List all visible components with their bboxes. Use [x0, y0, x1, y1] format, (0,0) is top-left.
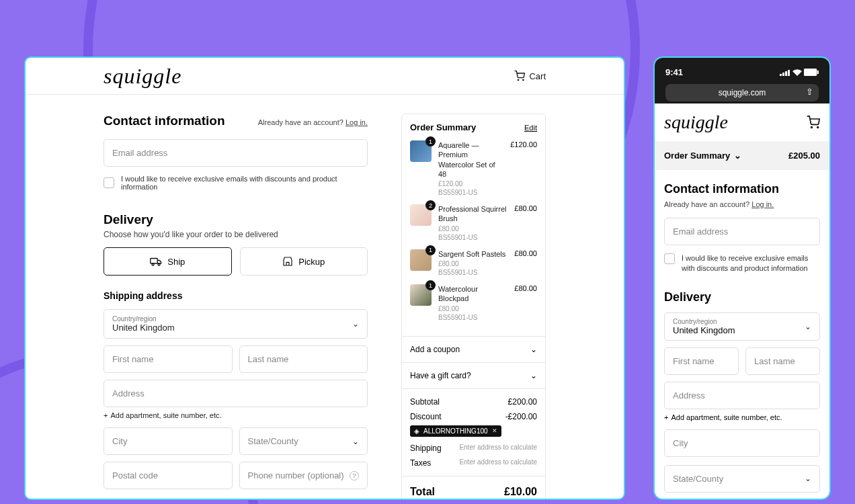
remove-coupon-button[interactable]: ✕ — [492, 427, 497, 434]
discount-label: Discount — [410, 412, 442, 421]
delivery-desc: Choose how you'd like your order to be d… — [104, 230, 368, 239]
applied-coupon-tag: ◈ ALLORNOTHING100 ✕ — [410, 425, 501, 437]
optin-checkbox[interactable] — [664, 253, 675, 264]
ship-option[interactable]: Ship — [104, 247, 232, 276]
desktop-checkout: squiggle Cart Contact information Alread… — [24, 56, 625, 500]
item-thumbnail: 1 — [410, 140, 432, 162]
time: 9:41 — [665, 67, 683, 77]
delivery-heading: Delivery — [664, 290, 820, 304]
edit-link[interactable]: Edit — [524, 124, 537, 132]
first-name-input[interactable]: First name — [104, 345, 233, 373]
item-line-price: £80.00 — [514, 284, 537, 321]
phone-input[interactable]: Phone number (optional) ? — [239, 462, 368, 489]
tag-icon: ◈ — [414, 427, 419, 435]
login-prompt: Already have an account? Log in. — [258, 118, 368, 126]
svg-rect-8 — [788, 70, 790, 76]
svg-rect-2 — [151, 259, 158, 264]
order-summary: Order Summary Edit 1 Aquarelle — Premium… — [401, 114, 546, 499]
plus-icon: + — [664, 413, 668, 421]
add-apartment-link[interactable]: + Add apartment, suite number, etc. — [104, 411, 368, 419]
svg-point-3 — [152, 263, 154, 265]
summary-item: 1 Aquarelle — Premium Watercolor Set of … — [410, 140, 537, 196]
item-unit-price: £80.00 — [438, 260, 507, 267]
wifi-icon — [792, 69, 802, 76]
add-apartment-link[interactable]: + Add apartment, suite number, etc. — [664, 413, 820, 421]
summary-item: 1 Sargent Soft Pastels £80.00 BS55901-US… — [410, 249, 537, 276]
url-bar[interactable]: squiggle.com ⇧ — [665, 84, 819, 101]
svg-rect-6 — [782, 73, 784, 76]
email-input[interactable]: Email address — [664, 218, 820, 245]
login-link[interactable]: Log in. — [345, 118, 368, 126]
item-sku: BS55901-US — [438, 234, 507, 241]
status-bar: 9:41 squiggle.com ⇧ — [655, 58, 829, 103]
item-line-price: £80.00 — [514, 249, 537, 276]
shipping-hint: Enter address to calculate — [459, 444, 537, 453]
login-link[interactable]: Log in. — [751, 200, 774, 208]
status-icons — [780, 67, 819, 77]
summary-item: 2 Professional Squirrel Brush £80.00 BS5… — [410, 204, 537, 241]
last-name-input[interactable]: Last name — [239, 345, 368, 373]
shipping-address-heading: Shipping address — [104, 290, 368, 301]
total-value: £10.00 — [504, 486, 537, 498]
country-select[interactable]: Country/region United Kingdom ⌄ — [664, 312, 820, 341]
checkout-main: Contact information Already have an acco… — [104, 114, 368, 499]
first-name-input[interactable]: First name — [664, 347, 739, 375]
item-name: Watercolour Blockpad — [438, 284, 507, 304]
summary-item: 1 Watercolour Blockpad £80.00 BS55901-US… — [410, 284, 537, 321]
item-sku: BS55901-US — [438, 269, 507, 276]
address-input[interactable]: Address — [104, 380, 368, 407]
cart-label: Cart — [529, 71, 546, 81]
country-select[interactable]: Country/region United Kingdom ⌄ — [104, 309, 368, 339]
item-line-price: £80.00 — [514, 204, 537, 241]
summary-title: Order Summary — [410, 122, 476, 132]
subtotal-value: £200.00 — [508, 397, 537, 407]
help-icon[interactable]: ? — [350, 471, 359, 480]
qty-badge: 1 — [425, 136, 436, 146]
item-name: Professional Squirrel Brush — [438, 204, 507, 224]
summary-toggle[interactable]: Order Summary ⌄ £205.00 — [655, 141, 829, 170]
svg-rect-5 — [780, 74, 782, 76]
chevron-down-icon: ⌄ — [352, 319, 359, 329]
battery-icon — [804, 69, 819, 76]
add-coupon-toggle[interactable]: Add a coupon ⌄ — [402, 336, 545, 362]
state-select[interactable]: State/County ⌄ — [239, 427, 368, 455]
address-input[interactable]: Address — [664, 382, 820, 409]
chevron-down-icon: ⌄ — [734, 151, 741, 161]
svg-point-1 — [523, 79, 524, 80]
state-select[interactable]: State/County ⌄ — [664, 465, 820, 493]
city-input[interactable]: City — [104, 427, 233, 455]
svg-point-11 — [811, 127, 813, 128]
postal-input[interactable]: Postal code — [104, 462, 233, 489]
subtotal-label: Subtotal — [410, 397, 440, 407]
cart-icon[interactable] — [807, 116, 820, 129]
city-input[interactable]: City — [664, 429, 820, 457]
store-icon — [282, 256, 293, 267]
item-thumbnail: 2 — [410, 204, 432, 226]
item-unit-price: £80.00 — [438, 305, 507, 312]
logo: squiggle — [664, 112, 728, 133]
item-name: Sargent Soft Pastels — [438, 249, 507, 259]
email-input[interactable]: Email address — [104, 139, 368, 167]
item-line-price: £120.00 — [510, 140, 537, 196]
truck-icon — [150, 257, 162, 266]
summary-total: £205.00 — [788, 151, 820, 161]
gift-card-toggle[interactable]: Have a gift card? ⌄ — [402, 362, 545, 388]
cart-link[interactable]: Cart — [514, 71, 546, 81]
mobile-header: squiggle — [655, 103, 829, 141]
svg-point-0 — [518, 79, 519, 80]
chevron-down-icon: ⌄ — [530, 345, 537, 354]
optin-checkbox[interactable] — [104, 177, 114, 188]
chevron-down-icon: ⌄ — [805, 322, 811, 331]
item-thumbnail: 1 — [410, 249, 432, 271]
chevron-down-icon: ⌄ — [805, 474, 811, 483]
total-label: Total — [410, 486, 435, 498]
item-sku: BS55901-US — [438, 314, 507, 321]
pickup-option[interactable]: Pickup — [240, 247, 368, 276]
contact-heading: Contact information — [664, 182, 820, 196]
last-name-input[interactable]: Last name — [745, 347, 820, 375]
cart-icon — [514, 71, 525, 81]
svg-rect-10 — [817, 71, 819, 74]
svg-rect-7 — [785, 71, 787, 76]
share-icon[interactable]: ⇧ — [806, 87, 813, 97]
plus-icon: + — [104, 411, 108, 419]
